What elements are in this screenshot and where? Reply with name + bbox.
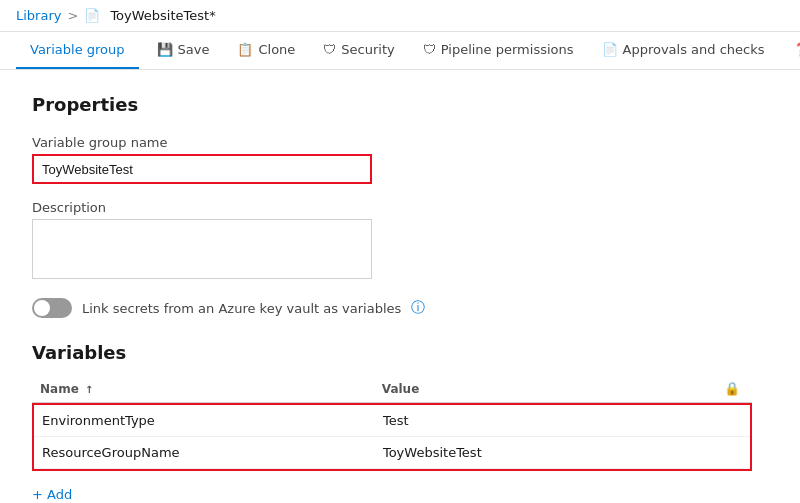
tab-help[interactable]: ❓ Help (779, 32, 800, 69)
table-cell-value: ToyWebsiteTest (375, 437, 716, 469)
tab-approvals-label: Approvals and checks (623, 42, 765, 57)
lock-header-icon: 🔒 (724, 381, 740, 396)
tab-bar: Variable group 💾 Save 📋 Clone 🛡 Security… (0, 32, 800, 70)
breadcrumb-page-icon: 📄 (84, 8, 100, 23)
info-icon[interactable]: ⓘ (411, 299, 425, 317)
properties-title: Properties (32, 94, 768, 115)
description-group: Description (32, 200, 768, 282)
main-content: Properties Variable group name Descripti… (0, 70, 800, 503)
variables-title: Variables (32, 342, 768, 363)
table-header-row: Name ↑ Value 🔒 (32, 375, 752, 403)
variables-rows-table: EnvironmentTypeTestResourceGroupNameToyW… (34, 405, 750, 469)
tab-security[interactable]: 🛡 Security (309, 32, 408, 69)
breadcrumb-current: ToyWebsiteTest* (110, 8, 215, 23)
help-icon: ❓ (793, 42, 800, 57)
approvals-icon: 📄 (602, 42, 618, 57)
highlighted-rows-wrapper: EnvironmentTypeTestResourceGroupNameToyW… (32, 403, 752, 471)
variable-group-name-label: Variable group name (32, 135, 768, 150)
pipeline-permissions-icon: 🛡 (423, 42, 436, 57)
table-row: EnvironmentTypeTest (34, 405, 750, 437)
breadcrumb-library[interactable]: Library (16, 8, 61, 23)
description-label: Description (32, 200, 768, 215)
tab-save-label: Save (178, 42, 210, 57)
tab-variable-group[interactable]: Variable group (16, 32, 139, 69)
key-vault-toggle[interactable] (32, 298, 72, 318)
tab-clone[interactable]: 📋 Clone (223, 32, 309, 69)
variables-table: Name ↑ Value 🔒 (32, 375, 752, 403)
col-header-name: Name ↑ (32, 375, 374, 403)
description-input[interactable] (32, 219, 372, 279)
breadcrumb: Library > 📄 ToyWebsiteTest* (16, 8, 216, 23)
sort-arrow-name: ↑ (85, 384, 93, 395)
table-cell-lock (716, 405, 750, 437)
table-row: ResourceGroupNameToyWebsiteTest (34, 437, 750, 469)
variable-group-name-group: Variable group name (32, 135, 768, 184)
tab-variable-group-label: Variable group (30, 42, 125, 57)
toggle-row: Link secrets from an Azure key vault as … (32, 298, 768, 318)
table-cell-name: ResourceGroupName (34, 437, 375, 469)
tab-pipeline-permissions-label: Pipeline permissions (441, 42, 574, 57)
col-header-lock: 🔒 (716, 375, 752, 403)
tab-save[interactable]: 💾 Save (143, 32, 224, 69)
variables-section: Variables Name ↑ Value 🔒 (32, 342, 768, 503)
table-cell-value: Test (375, 405, 716, 437)
breadcrumb-bar: Library > 📄 ToyWebsiteTest* (0, 0, 800, 32)
add-button[interactable]: + Add (32, 483, 72, 503)
tab-approvals-and-checks[interactable]: 📄 Approvals and checks (588, 32, 779, 69)
clone-icon: 📋 (237, 42, 253, 57)
tab-pipeline-permissions[interactable]: 🛡 Pipeline permissions (409, 32, 588, 69)
save-icon: 💾 (157, 42, 173, 57)
table-cell-lock (716, 437, 750, 469)
breadcrumb-separator: > (67, 8, 78, 23)
security-icon: 🛡 (323, 42, 336, 57)
table-cell-name: EnvironmentType (34, 405, 375, 437)
tab-security-label: Security (341, 42, 394, 57)
toggle-label: Link secrets from an Azure key vault as … (82, 301, 401, 316)
tab-clone-label: Clone (258, 42, 295, 57)
toggle-knob (34, 300, 50, 316)
col-header-value: Value (374, 375, 716, 403)
variable-group-name-input[interactable] (32, 154, 372, 184)
